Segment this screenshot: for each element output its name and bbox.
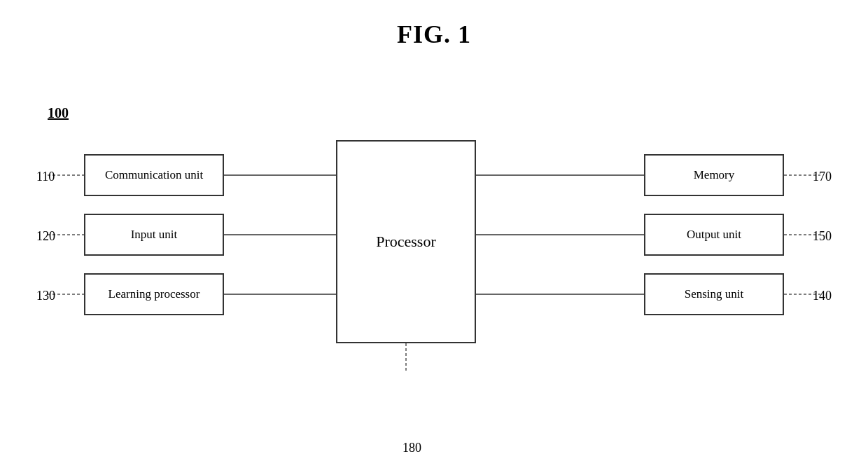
figure-title: FIG. 1 (0, 0, 868, 49)
memory-box: Memory (644, 154, 784, 196)
sensing-unit-box: Sensing unit (644, 273, 784, 315)
processor-box: Processor (336, 140, 476, 343)
label-130: 130 (36, 289, 55, 303)
label-120: 120 (36, 229, 55, 244)
system-label: 100 (48, 105, 69, 121)
label-180: 180 (402, 441, 421, 455)
input-unit-box: Input unit (84, 214, 224, 256)
label-140: 140 (813, 289, 832, 303)
output-unit-box: Output unit (644, 214, 784, 256)
communication-unit-box: Communication unit (84, 154, 224, 196)
label-170: 170 (813, 170, 832, 184)
label-110: 110 (36, 170, 55, 184)
label-150: 150 (813, 229, 832, 244)
diagram-container: 100 (0, 84, 868, 461)
learning-processor-box: Learning processor (84, 273, 224, 315)
